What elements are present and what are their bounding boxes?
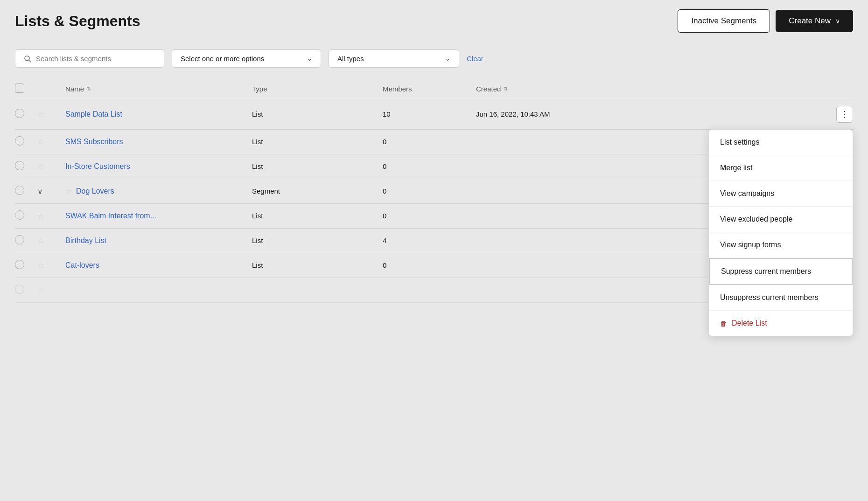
row-4-expand-icon[interactable]: ∨ (37, 188, 43, 195)
row-star-cell: ☆ (37, 162, 65, 172)
context-menu: List settings Merge list View campaigns … (708, 129, 853, 336)
row-2-name[interactable]: SMS Subscribers (65, 138, 123, 146)
row-5-star-icon[interactable]: ☆ (37, 212, 44, 221)
row-3-star-icon[interactable]: ☆ (37, 162, 44, 171)
row-checkbox-cell (15, 235, 37, 246)
search-input[interactable] (36, 55, 155, 63)
row-3-name[interactable]: In-Store Customers (65, 162, 130, 170)
row-star-cell: ☆ (37, 137, 65, 147)
inactive-segments-button[interactable]: Inactive Segments (678, 9, 770, 33)
row-created-cell: Jun 16, 2022, 10:43 AM (476, 110, 825, 118)
row-4-members: 0 (383, 187, 386, 195)
header-actions: Inactive Segments Create New ∨ (678, 9, 853, 33)
name-col-label: Name (65, 85, 84, 93)
row-1-action-area: ⋮ List settings Merge list View campaign… (825, 106, 853, 123)
header-members-col: Members (383, 85, 476, 93)
menu-unsuppress-current[interactable]: Unsuppress current members (709, 285, 853, 311)
row-7-members: 0 (383, 261, 386, 269)
row-checkbox-cell (15, 260, 37, 271)
row-checkbox-cell (15, 210, 37, 222)
type-label: All types (337, 55, 364, 63)
members-col-label: Members (383, 85, 412, 93)
create-new-button[interactable]: Create New ∨ (776, 10, 853, 32)
row-2-type: List (252, 138, 263, 146)
select-all-checkbox[interactable] (15, 84, 24, 93)
row-name-cell: SMS Subscribers (65, 138, 252, 146)
header-type-col: Type (252, 85, 383, 93)
row-type-cell: List (252, 110, 383, 118)
menu-merge-list[interactable]: Merge list (709, 155, 853, 181)
row-1-menu-button[interactable]: ⋮ (836, 106, 853, 123)
header-name-col: Name ⇅ (65, 85, 252, 93)
row-3-members: 0 (383, 162, 386, 170)
page-title: Lists & Segments (15, 13, 140, 30)
row-members-cell: 0 (383, 138, 476, 146)
row-4-name[interactable]: Dog Lovers (76, 187, 114, 195)
page-wrapper: Lists & Segments Inactive Segments Creat… (0, 0, 868, 303)
row-5-members: 0 (383, 212, 386, 220)
row-4-checkbox[interactable] (15, 186, 24, 195)
menu-suppress-current[interactable]: Suppress current members (709, 258, 853, 285)
menu-view-excluded[interactable]: View excluded people (709, 207, 853, 232)
chevron-down-icon: ∨ (835, 17, 840, 25)
row-name-cell: Cat-lovers (65, 261, 252, 270)
row-5-checkbox[interactable] (15, 210, 24, 220)
svg-line-1 (29, 60, 31, 62)
name-sort-icon[interactable]: ⇅ (87, 86, 91, 92)
row-type-cell: List (252, 261, 383, 270)
menu-view-signup-forms[interactable]: View signup forms (709, 232, 853, 258)
row-1-name[interactable]: Sample Data List (65, 110, 122, 118)
options-chevron-icon: ⌄ (307, 55, 312, 62)
row-8-star-icon[interactable]: ☆ (37, 286, 44, 295)
row-3-type: List (252, 162, 263, 170)
row-members-cell: 0 (383, 162, 476, 171)
row-1-created: Jun 16, 2022, 10:43 AM (476, 110, 550, 118)
row-star-cell: ☆ (37, 285, 65, 295)
type-chevron-icon: ⌄ (445, 55, 450, 62)
table-row: ☆ Sample Data List List 10 Jun 16, 2022,… (15, 99, 853, 130)
create-new-label: Create New (789, 16, 831, 26)
row-star-cell: ☆ (37, 261, 65, 271)
row-members-cell: 10 (383, 110, 476, 118)
row-6-name[interactable]: Birthday List (65, 237, 106, 244)
options-select[interactable]: Select one or more options ⌄ (172, 49, 321, 68)
row-2-checkbox[interactable] (15, 136, 24, 146)
row-4-star-icon[interactable]: ☆ (65, 187, 72, 196)
row-7-star-icon[interactable]: ☆ (37, 261, 44, 270)
filters-bar: Select one or more options ⌄ All types ⌄… (0, 42, 868, 79)
row-name-cell: Sample Data List (65, 110, 252, 118)
type-col-label: Type (252, 85, 267, 93)
row-members-cell: 0 (383, 187, 476, 195)
row-6-star-icon[interactable]: ☆ (37, 237, 44, 245)
row-2-star-icon[interactable]: ☆ (37, 138, 44, 146)
row-5-name[interactable]: SWAK Balm Interest from... (65, 212, 156, 220)
row-1-star-icon[interactable]: ☆ (37, 110, 44, 119)
row-type-cell: Segment (252, 187, 383, 195)
row-star-cell: ☆ (37, 236, 65, 246)
row-6-checkbox[interactable] (15, 235, 24, 244)
row-star-cell: ☆ (37, 211, 65, 221)
row-1-type: List (252, 110, 263, 118)
search-wrap (15, 49, 164, 68)
row-type-cell: List (252, 138, 383, 146)
header-checkbox-col (15, 84, 37, 94)
header-created-col: Created ⇅ (476, 85, 825, 93)
row-checkbox-cell (15, 109, 37, 120)
row-expand-cell: ∨ (37, 187, 65, 196)
menu-view-campaigns[interactable]: View campaigns (709, 181, 853, 207)
menu-list-settings[interactable]: List settings (709, 130, 853, 155)
row-members-cell: 0 (383, 212, 476, 220)
row-name-cell: In-Store Customers (65, 162, 252, 171)
row-7-name[interactable]: Cat-lovers (65, 261, 99, 269)
row-7-checkbox[interactable] (15, 260, 24, 269)
row-name-cell: Birthday List (65, 237, 252, 245)
search-icon (24, 55, 31, 63)
row-1-checkbox[interactable] (15, 109, 24, 118)
row-star-cell: ☆ (37, 110, 65, 119)
type-select[interactable]: All types ⌄ (329, 49, 459, 68)
clear-link[interactable]: Clear (467, 55, 483, 63)
created-sort-icon[interactable]: ⇅ (504, 86, 508, 92)
menu-delete-list[interactable]: 🗑 Delete List (709, 311, 853, 336)
row-3-checkbox[interactable] (15, 161, 24, 170)
row-8-checkbox[interactable] (15, 285, 24, 294)
